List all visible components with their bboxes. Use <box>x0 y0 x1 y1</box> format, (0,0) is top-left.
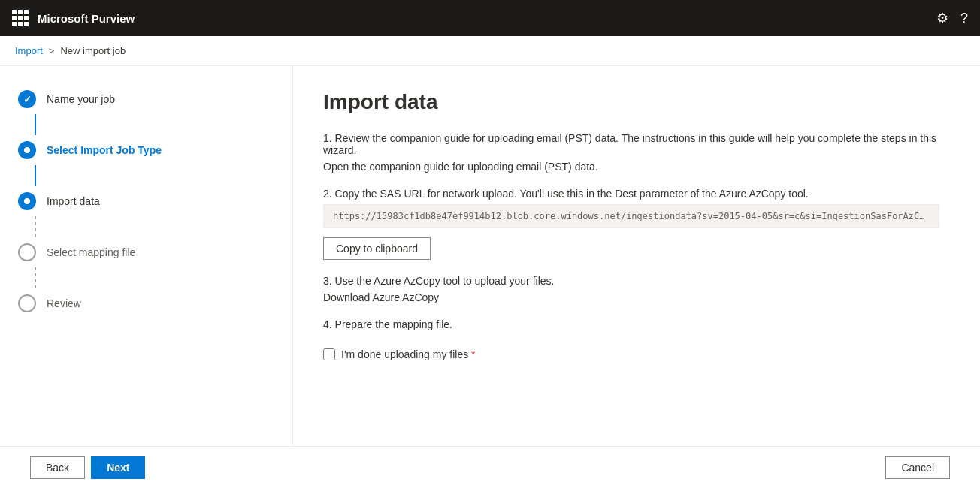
instruction-2-number: 2. <box>323 188 335 200</box>
done-uploading-checkbox[interactable] <box>323 348 335 360</box>
content-area: Import data 1. Review the companion guid… <box>293 66 980 486</box>
sidebar-item-name-your-job[interactable]: Name your job <box>0 84 292 114</box>
help-icon[interactable]: ? <box>960 11 968 26</box>
app-title: Microsoft Purview <box>38 12 135 25</box>
cancel-button[interactable]: Cancel <box>885 456 950 479</box>
step-dot-3 <box>24 198 30 204</box>
instruction-step-3: 3. Use the Azure AzCopy tool to upload y… <box>323 275 950 303</box>
step-circle-2 <box>18 141 36 159</box>
connector-1 <box>35 114 36 135</box>
page-title: Import data <box>323 90 950 114</box>
instruction-4-text: 4. Prepare the mapping file. <box>323 318 950 330</box>
copy-to-clipboard-button[interactable]: Copy to clipboard <box>323 237 431 260</box>
instruction-4-number: 4. <box>323 318 335 330</box>
step-label-4: Select mapping file <box>47 243 135 261</box>
step-circle-5 <box>18 294 36 312</box>
step-circle-4 <box>18 243 36 261</box>
main-container: Name your job Select Import Job Type Imp… <box>0 66 980 486</box>
instruction-1-text: 1. Review the companion guide for upload… <box>323 132 950 156</box>
breadcrumb-import-link[interactable]: Import <box>15 45 43 56</box>
sas-url-display: https://15983cf1db8e47ef9914b12.blob.cor… <box>323 204 939 228</box>
instruction-step-4: 4. Prepare the mapping file. <box>323 318 950 330</box>
required-star: * <box>471 348 475 360</box>
sidebar-item-review[interactable]: Review <box>0 288 292 318</box>
instruction-list: 1. Review the companion guide for upload… <box>323 132 950 330</box>
instruction-2-body: Copy the SAS URL for network upload. You… <box>335 188 809 200</box>
instruction-3-link-row: Download Azure AzCopy <box>323 291 950 303</box>
instruction-1-link-row: Open the companion guide for uploading e… <box>323 161 950 173</box>
sidebar: Name your job Select Import Job Type Imp… <box>0 66 293 486</box>
breadcrumb: Import > New import job <box>0 36 980 66</box>
sidebar-item-select-mapping-file[interactable]: Select mapping file <box>0 237 292 267</box>
companion-guide-link[interactable]: Open the companion guide for uploading e… <box>323 161 598 173</box>
breadcrumb-current: New import job <box>60 45 126 56</box>
back-button[interactable]: Back <box>30 456 85 479</box>
instruction-step-2: 2. Copy the SAS URL for network upload. … <box>323 188 950 260</box>
step-label-5: Review <box>47 294 81 312</box>
instruction-3-number: 3. <box>323 275 335 287</box>
sidebar-item-select-import-job-type[interactable]: Select Import Job Type <box>0 135 292 165</box>
check-mark-icon <box>23 94 32 105</box>
step-label-1: Name your job <box>47 90 115 108</box>
step-dot-2 <box>24 147 30 153</box>
step-circle-3 <box>18 192 36 210</box>
app-grid-icon[interactable] <box>12 10 29 26</box>
instruction-2-text: 2. Copy the SAS URL for network upload. … <box>323 188 950 200</box>
step-circle-1 <box>18 90 36 108</box>
instruction-1-body: Review the companion guide for uploading… <box>323 132 936 156</box>
done-uploading-label: I'm done uploading my files * <box>341 348 476 360</box>
instruction-step-1: 1. Review the companion guide for upload… <box>323 132 950 173</box>
step-label-2: Select Import Job Type <box>47 141 162 159</box>
instruction-3-text: 3. Use the Azure AzCopy tool to upload y… <box>323 275 950 287</box>
top-navigation: Microsoft Purview ⚙ ? <box>0 0 980 36</box>
next-button[interactable]: Next <box>91 456 145 479</box>
connector-3 <box>35 216 36 237</box>
sidebar-item-import-data[interactable]: Import data <box>0 186 292 216</box>
footer: Back Next Cancel <box>0 446 980 486</box>
instruction-3-body: Use the Azure AzCopy tool to upload your… <box>335 275 555 287</box>
done-uploading-row: I'm done uploading my files * <box>323 348 950 360</box>
step-label-3: Import data <box>47 192 100 210</box>
instruction-4-body: Prepare the mapping file. <box>335 318 452 330</box>
settings-icon[interactable]: ⚙ <box>936 10 948 26</box>
connector-2 <box>35 165 36 186</box>
done-uploading-text: I'm done uploading my files <box>341 348 468 360</box>
instruction-1-number: 1. <box>323 132 335 144</box>
connector-4 <box>35 267 36 288</box>
breadcrumb-separator: > <box>49 45 55 56</box>
download-azcopy-link[interactable]: Download Azure AzCopy <box>323 291 439 303</box>
